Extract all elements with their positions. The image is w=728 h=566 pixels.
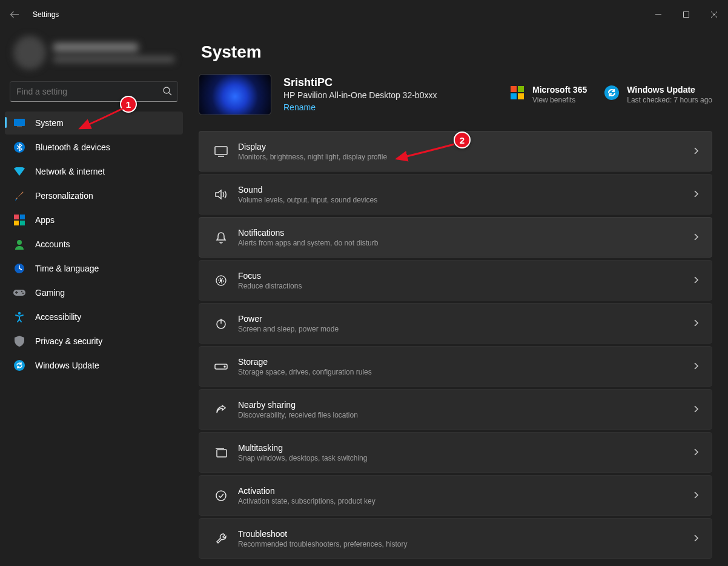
svg-point-33: [224, 366, 225, 367]
card-sub: Monitors, brightness, night light, displ…: [238, 153, 387, 161]
svg-point-29: [220, 279, 222, 281]
windows-update-pill[interactable]: Windows UpdateLast checked: 7 hours ago: [604, 85, 712, 104]
search-input[interactable]: [10, 81, 178, 102]
pc-info-row: SrishtiPC HP Pavilion All-in-One Desktop…: [199, 74, 712, 115]
card-sub: Discoverability, received files location: [238, 411, 358, 419]
storage-icon: [209, 362, 233, 371]
pc-wallpaper-thumbnail[interactable]: [199, 74, 271, 115]
sidebar-item-time-language[interactable]: Time & language: [5, 257, 183, 280]
sidebar-item-accessibility[interactable]: Accessibility: [5, 305, 183, 328]
card-sub: Snap windows, desktops, task switching: [238, 454, 367, 462]
sidebar-item-system[interactable]: System: [5, 112, 183, 135]
svg-rect-10: [20, 215, 25, 219]
page-title: System: [201, 42, 712, 62]
search-icon: [162, 86, 172, 98]
shield-icon: [13, 335, 25, 347]
chevron-right-icon: [692, 490, 700, 501]
sidebar-item-personalization[interactable]: Personalization: [5, 184, 183, 207]
card-multitasking[interactable]: MultitaskingSnap windows, desktops, task…: [199, 432, 712, 473]
svg-rect-34: [217, 450, 227, 457]
microsoft-365-icon: [509, 85, 525, 101]
sidebar-item-label: Bluetooth & devices: [35, 142, 110, 152]
card-sub: Reduce distractions: [238, 282, 302, 290]
sidebar-item-label: Time & language: [35, 264, 99, 273]
person-icon: [13, 238, 25, 250]
sidebar-item-bluetooth[interactable]: Bluetooth & devices: [5, 136, 183, 159]
paintbrush-icon: [13, 190, 25, 202]
sidebar-item-label: Network & internet: [35, 167, 105, 176]
sound-icon: [209, 189, 233, 200]
minimize-button[interactable]: [644, 5, 672, 24]
card-sub: Volume levels, output, input, sound devi…: [238, 196, 377, 204]
sidebar-item-privacy[interactable]: Privacy & security: [5, 330, 183, 353]
window-title: Settings: [33, 10, 59, 19]
pill-sub: Last checked: 7 hours ago: [627, 96, 712, 104]
svg-point-35: [216, 491, 226, 501]
pill-sub: View benefits: [532, 96, 587, 104]
rename-link[interactable]: Rename: [283, 102, 316, 112]
update-icon: [13, 359, 25, 371]
gaming-icon: [13, 287, 25, 299]
card-title: Display: [238, 142, 387, 151]
svg-rect-6: [14, 119, 25, 126]
close-button[interactable]: [700, 5, 728, 24]
card-nearby-sharing[interactable]: Nearby sharingDiscoverability, received …: [199, 389, 712, 430]
sidebar-item-gaming[interactable]: Gaming: [5, 281, 183, 304]
svg-point-4: [164, 87, 170, 93]
svg-point-19: [14, 360, 25, 371]
apps-icon: [13, 214, 25, 226]
sidebar-item-label: Personalization: [35, 191, 93, 201]
svg-rect-25: [215, 147, 227, 155]
card-sub: Screen and sleep, power mode: [238, 325, 339, 333]
card-activation[interactable]: ActivationActivation state, subscription…: [199, 475, 712, 516]
card-sub: Storage space, drives, configuration rul…: [238, 368, 372, 376]
chevron-right-icon: [692, 318, 700, 329]
maximize-button[interactable]: [672, 5, 700, 24]
back-button[interactable]: [7, 7, 22, 22]
sidebar-item-label: Accounts: [35, 239, 70, 249]
card-power[interactable]: PowerScreen and sleep, power mode: [199, 303, 712, 344]
svg-rect-20: [511, 86, 517, 92]
chevron-right-icon: [692, 275, 700, 286]
card-focus[interactable]: FocusReduce distractions: [199, 260, 712, 301]
chevron-right-icon: [692, 533, 700, 544]
svg-point-13: [17, 240, 22, 245]
chevron-right-icon: [692, 189, 700, 200]
titlebar: Settings: [0, 0, 728, 29]
chevron-right-icon: [692, 146, 700, 157]
svg-rect-23: [518, 93, 524, 99]
svg-point-17: [22, 293, 24, 294]
sidebar-item-apps[interactable]: Apps: [5, 208, 183, 231]
multitasking-icon: [209, 447, 233, 458]
sidebar-item-label: Windows Update: [35, 361, 99, 370]
card-title: Multitasking: [238, 443, 367, 453]
update-icon: [604, 85, 620, 101]
sidebar-item-network[interactable]: Network & internet: [5, 160, 183, 183]
accessibility-icon: [13, 311, 25, 323]
microsoft-365-pill[interactable]: Microsoft 365View benefits: [509, 85, 587, 104]
check-circle-icon: [209, 490, 233, 502]
svg-rect-1: [684, 12, 689, 18]
focus-icon: [209, 275, 233, 287]
sidebar-item-accounts[interactable]: Accounts: [5, 233, 183, 256]
card-sub: Activation state, subscriptions, product…: [238, 497, 376, 505]
clock-icon: [13, 262, 25, 275]
card-display[interactable]: DisplayMonitors, brightness, night light…: [199, 131, 712, 171]
pill-title: Microsoft 365: [532, 85, 587, 95]
card-title: Power: [238, 314, 339, 324]
card-title: Troubleshoot: [238, 529, 407, 539]
card-storage[interactable]: StorageStorage space, drives, configurat…: [199, 346, 712, 387]
sidebar-item-label: Accessibility: [35, 312, 81, 322]
svg-point-16: [21, 291, 22, 292]
card-troubleshoot[interactable]: TroubleshootRecommended troubleshooters,…: [199, 518, 712, 559]
svg-rect-21: [518, 86, 524, 92]
display-icon: [209, 146, 233, 157]
card-notifications[interactable]: NotificationsAlerts from apps and system…: [199, 217, 712, 258]
bell-icon: [209, 231, 233, 244]
sidebar-item-windows-update[interactable]: Windows Update: [5, 354, 183, 377]
chevron-right-icon: [692, 232, 700, 243]
card-sound[interactable]: SoundVolume levels, output, input, sound…: [199, 174, 712, 215]
svg-rect-22: [511, 93, 517, 99]
user-account-block[interactable]: [5, 29, 183, 76]
svg-rect-9: [14, 215, 19, 219]
